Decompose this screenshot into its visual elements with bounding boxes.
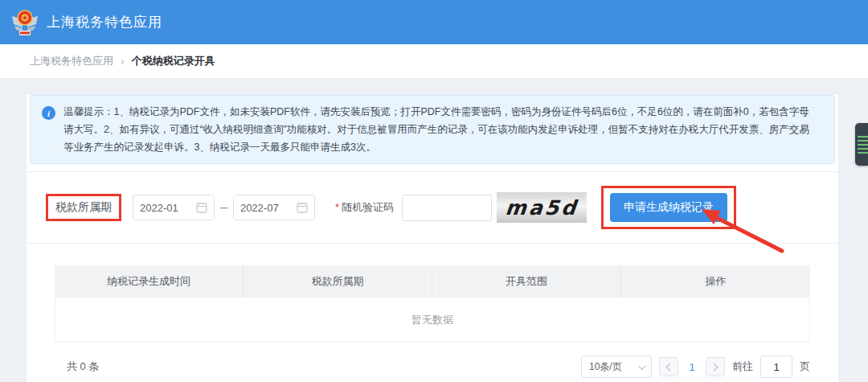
pagination: 10条/页 1 前往 页 (581, 355, 810, 378)
empty-state-text: 暂无数据 (55, 298, 810, 343)
tip-text: 温馨提示：1、纳税记录为PDF文件，如未安装PDF软件，请先安装后预览；打开PD… (63, 103, 818, 156)
period-label-annotation-box: 税款所属期 (46, 194, 121, 221)
records-table: 纳税记录生成时间 税款所属期 开具范围 操作 暂无数据 (55, 265, 810, 343)
page-size-select[interactable]: 10条/页 (581, 355, 652, 378)
captcha-image[interactable]: ma5d (497, 192, 587, 223)
floating-side-widget[interactable] (855, 123, 868, 166)
query-form: 税款所属期 2022-01 – 2022-07 *随机验证码 ma5d 申请生成… (27, 171, 838, 244)
col-header-generate-time: 纳税记录生成时间 (55, 265, 244, 298)
total-count: 共 0 条 (67, 359, 99, 374)
breadcrumb-current: 个税纳税记录开具 (132, 54, 215, 68)
captcha-label: *随机验证码 (335, 200, 394, 215)
submit-button-annotation-box: 申请生成纳税记录 (601, 186, 736, 229)
page-size-value: 10条/页 (589, 360, 622, 374)
breadcrumb-root[interactable]: 上海税务特色应用 (30, 54, 113, 68)
table-footer: 共 0 条 10条/页 1 前往 页 (67, 355, 810, 378)
breadcrumb: 上海税务特色应用 › 个税纳税记录开具 (0, 44, 868, 79)
calendar-icon (196, 202, 207, 213)
generate-tax-record-button[interactable]: 申请生成纳税记录 (610, 193, 727, 222)
table-header-row: 纳税记录生成时间 税款所属期 开具范围 操作 (55, 265, 810, 298)
content-card: i 温馨提示：1、纳税记录为PDF文件，如未安装PDF软件，请先安装后预览；打开… (27, 95, 838, 382)
goto-suffix-label: 页 (800, 359, 810, 374)
chevron-right-icon: › (121, 55, 125, 68)
app-title: 上海税务特色应用 (47, 13, 162, 31)
captcha-image-text: ma5d (504, 196, 579, 220)
tip-banner: i 温馨提示：1、纳税记录为PDF文件，如未安装PDF软件，请先安装后预览；打开… (30, 95, 835, 164)
required-mark: * (335, 201, 339, 213)
col-header-tax-period: 税款所属期 (244, 265, 432, 298)
calendar-icon (297, 202, 308, 213)
app-header: 上海税务特色应用 (0, 0, 868, 44)
period-label: 税款所属期 (55, 200, 112, 213)
date-range-separator: – (220, 200, 227, 215)
date-from-value: 2022-01 (140, 202, 178, 214)
info-icon: i (42, 106, 55, 120)
goto-page-input[interactable] (760, 355, 792, 378)
col-header-actions: 操作 (621, 265, 810, 298)
captcha-input[interactable] (402, 195, 492, 221)
next-page-button[interactable] (706, 357, 725, 376)
date-to-value: 2022-07 (240, 202, 279, 214)
prev-page-button[interactable] (659, 357, 678, 376)
goto-prefix-label: 前往 (732, 359, 753, 374)
china-tax-emblem-logo (11, 8, 39, 37)
date-from-input[interactable]: 2022-01 (133, 195, 215, 220)
date-to-input[interactable]: 2022-07 (233, 195, 315, 220)
chevron-down-icon (638, 362, 646, 370)
current-page-number[interactable]: 1 (686, 361, 698, 373)
chevron-left-icon (666, 363, 674, 371)
chevron-right-icon (710, 363, 719, 371)
col-header-issue-scope: 开具范围 (432, 265, 621, 298)
side-widget-stripes (858, 136, 868, 154)
